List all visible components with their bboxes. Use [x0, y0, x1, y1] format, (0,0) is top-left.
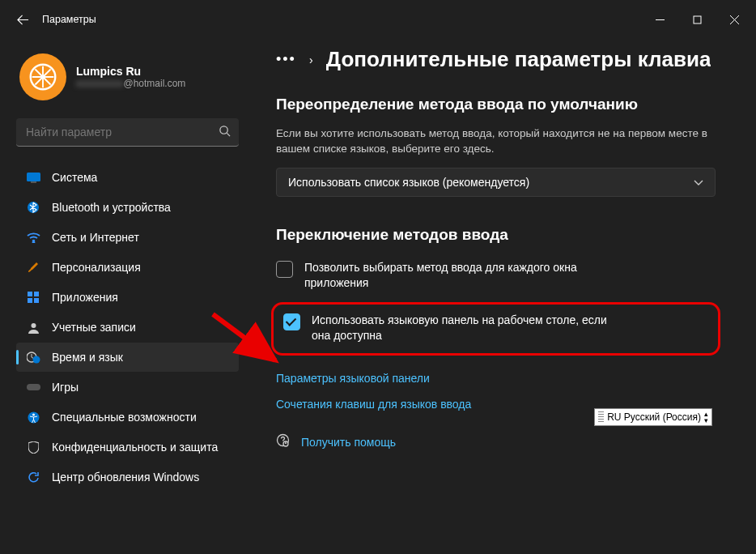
gamepad-icon — [26, 380, 40, 394]
svg-rect-8 — [27, 173, 40, 181]
breadcrumb-more-icon[interactable]: ••• — [276, 51, 296, 68]
nav-privacy[interactable]: Конфиденциальность и защита — [16, 433, 239, 462]
nav-time-language[interactable]: Время и язык — [16, 343, 239, 372]
breadcrumb: ••• › Дополнительные параметры клавиа — [276, 47, 716, 72]
brush-icon — [26, 260, 40, 275]
floating-language-bar[interactable]: RU Русский (Россия) ▴▾ — [594, 408, 712, 426]
section-override-title: Переопределение метода ввода по умолчани… — [276, 95, 716, 115]
maximize-button[interactable] — [678, 6, 716, 32]
langbar-menu-icon[interactable]: ▴▾ — [704, 411, 708, 424]
svg-rect-13 — [34, 292, 39, 296]
avatar — [19, 53, 66, 100]
svg-rect-9 — [31, 181, 36, 183]
nav-network[interactable]: Сеть и Интернет — [16, 223, 239, 252]
search-input[interactable] — [24, 125, 219, 139]
svg-point-7 — [220, 126, 227, 133]
accessibility-icon — [26, 410, 40, 424]
highlight-box: Использовать языковую панель на рабочем … — [271, 302, 720, 356]
back-button[interactable] — [10, 6, 36, 32]
profile-block[interactable]: Lumpics Ru xxxxxxxxx@hotmail.com — [19, 53, 236, 100]
svg-rect-12 — [28, 292, 32, 296]
drag-handle-icon[interactable] — [598, 411, 604, 423]
search-icon — [219, 125, 231, 140]
svg-point-21 — [32, 413, 35, 416]
nav-bluetooth[interactable]: Bluetooth и устройства — [16, 193, 239, 222]
bluetooth-icon — [26, 200, 40, 215]
window-title: Параметры — [42, 14, 96, 25]
svg-point-16 — [31, 323, 36, 328]
nav-accessibility[interactable]: Специальные возможности — [16, 403, 239, 432]
svg-rect-14 — [28, 298, 32, 303]
checkbox-row-per-window: Позволить выбирать метод ввода для каждо… — [276, 260, 716, 291]
update-icon — [26, 470, 40, 484]
help-link[interactable]: Получить помощь — [301, 436, 396, 449]
profile-email: xxxxxxxxx@hotmail.com — [76, 78, 185, 89]
monitor-icon — [26, 170, 40, 185]
link-langbar-options[interactable]: Параметры языковой панели — [276, 372, 716, 385]
nav-windows-update[interactable]: Центр обновления Windows — [16, 462, 239, 492]
svg-rect-0 — [694, 16, 701, 23]
chevron-right-icon: › — [309, 53, 313, 66]
section-override-desc: Если вы хотите использовать метод ввода,… — [276, 126, 716, 157]
close-button[interactable] — [716, 6, 753, 32]
wifi-icon — [26, 230, 40, 245]
help-icon — [276, 433, 290, 450]
apps-icon — [26, 290, 40, 305]
nav-personalization[interactable]: Персонализация — [16, 253, 239, 282]
nav-accounts[interactable]: Учетные записи — [16, 313, 239, 342]
shield-icon — [26, 440, 40, 454]
sidebar: Lumpics Ru xxxxxxxxx@hotmail.com Система… — [0, 39, 247, 554]
checkbox-label: Использовать языковую панель на рабочем … — [312, 313, 619, 343]
section-switching-title: Переключение методов ввода — [276, 226, 716, 244]
langbar-text: RU Русский (Россия) — [607, 411, 701, 423]
checkbox-label: Позволить выбирать метод ввода для каждо… — [304, 260, 612, 291]
checkbox-row-langbar: Использовать языковую панель на рабочем … — [283, 313, 708, 343]
get-help-row[interactable]: Получить помощь — [276, 433, 716, 450]
svg-rect-15 — [34, 298, 39, 303]
page-title: Дополнительные параметры клавиа — [326, 47, 711, 72]
svg-point-18 — [32, 356, 40, 364]
user-icon — [26, 320, 40, 335]
checkbox-use-langbar[interactable] — [283, 313, 300, 330]
svg-point-11 — [32, 241, 34, 243]
search-box[interactable] — [16, 118, 239, 147]
main-content: ••• › Дополнительные параметры клавиа Пе… — [247, 39, 756, 554]
nav-gaming[interactable]: Игры — [16, 373, 239, 402]
input-method-dropdown[interactable]: Использовать список языков (рекомендуетс… — [276, 168, 716, 197]
chevron-down-icon — [694, 176, 703, 189]
checkbox-per-window[interactable] — [276, 261, 293, 278]
minimize-button[interactable] — [641, 6, 678, 32]
svg-rect-19 — [27, 384, 40, 390]
nav-apps[interactable]: Приложения — [16, 283, 239, 312]
profile-name: Lumpics Ru — [76, 65, 185, 78]
clock-globe-icon — [26, 350, 40, 364]
nav-system[interactable]: Система — [16, 163, 239, 192]
